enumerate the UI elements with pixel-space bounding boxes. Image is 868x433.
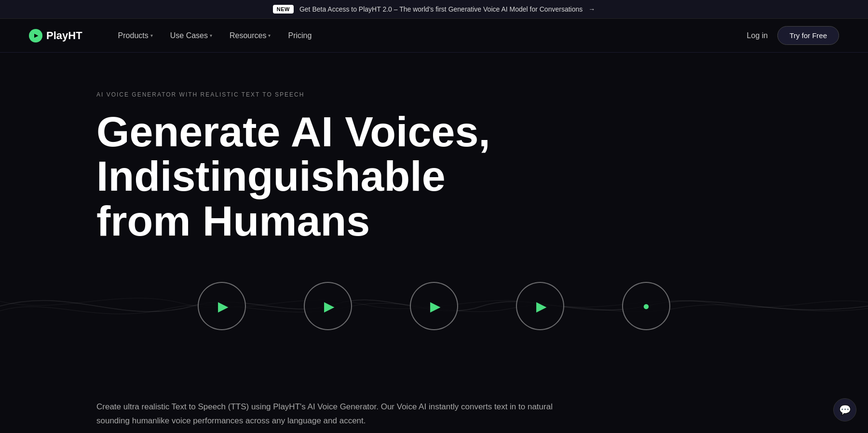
top-banner[interactable]: NEW Get Beta Access to PlayHT 2.0 – The … [0,0,868,19]
hero-description: Create ultra realistic Text to Speech (T… [0,381,675,428]
hero-title-line1: Generate AI Voices, [96,108,490,155]
hero-title: Generate AI Voices, Indistinguishable fr… [96,110,530,243]
hero-eyebrow: AI VOICE GENERATOR WITH REALISTIC TEXT T… [96,91,772,98]
audio-players: ▶ ▶ ▶ ▶ ● [169,282,699,330]
new-badge: NEW [273,5,294,14]
hero-title-line2: Indistinguishable from Humans [96,152,446,244]
logo-icon [29,29,42,42]
play-icon: ▶ [324,298,335,314]
hero-section: AI VOICE GENERATOR WITH REALISTIC TEXT T… [0,53,868,381]
dot-icon: ● [643,299,650,313]
play-icon: ▶ [218,298,229,314]
navbar: PlayHT Products ▾ Use Cases ▾ Resources … [0,19,868,53]
audio-player-3[interactable]: ▶ [410,282,458,330]
try-free-button[interactable]: Try for Free [777,26,839,45]
logo-text: PlayHT [46,29,82,42]
nav-actions: Log in Try for Free [747,26,839,45]
play-icon: ▶ [536,298,547,314]
chevron-down-icon: ▾ [268,33,271,38]
chat-icon: 💬 [839,404,851,416]
play-icon: ▶ [430,298,441,314]
banner-text: Get Beta Access to PlayHT 2.0 – The worl… [299,5,583,13]
nav-pricing[interactable]: Pricing [281,28,318,44]
audio-player-2[interactable]: ▶ [304,282,352,330]
banner-arrow: → [588,5,595,13]
nav-links: Products ▾ Use Cases ▾ Resources ▾ Prici… [111,28,747,44]
audio-row: ▶ ▶ ▶ ▶ ● [0,272,868,340]
audio-player-4[interactable]: ▶ [516,282,564,330]
chevron-down-icon: ▾ [150,33,153,38]
nav-resources[interactable]: Resources ▾ [223,28,277,44]
logo[interactable]: PlayHT [29,29,82,42]
audio-player-5[interactable]: ● [622,282,670,330]
nav-products[interactable]: Products ▾ [111,28,160,44]
audio-player-1[interactable]: ▶ [198,282,246,330]
login-button[interactable]: Log in [747,31,768,40]
chat-widget[interactable]: 💬 [833,398,856,421]
nav-use-cases[interactable]: Use Cases ▾ [163,28,219,44]
chevron-down-icon: ▾ [210,33,212,38]
